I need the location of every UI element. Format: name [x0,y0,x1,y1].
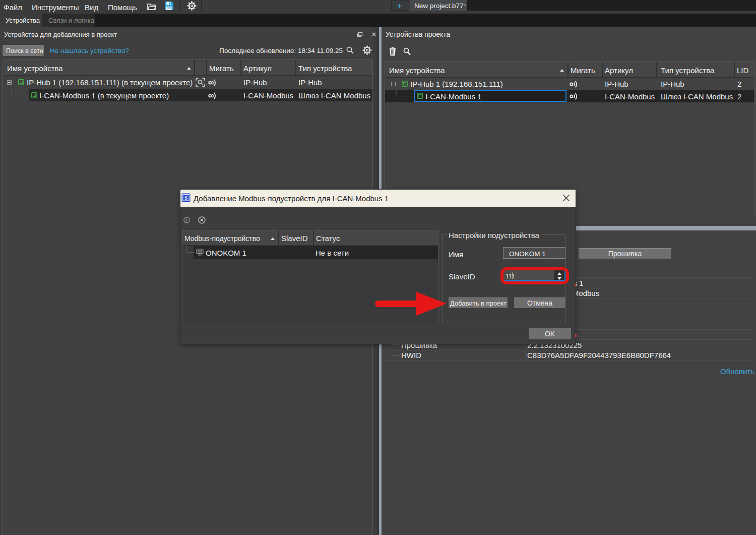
svg-text:S: S [184,195,187,201]
